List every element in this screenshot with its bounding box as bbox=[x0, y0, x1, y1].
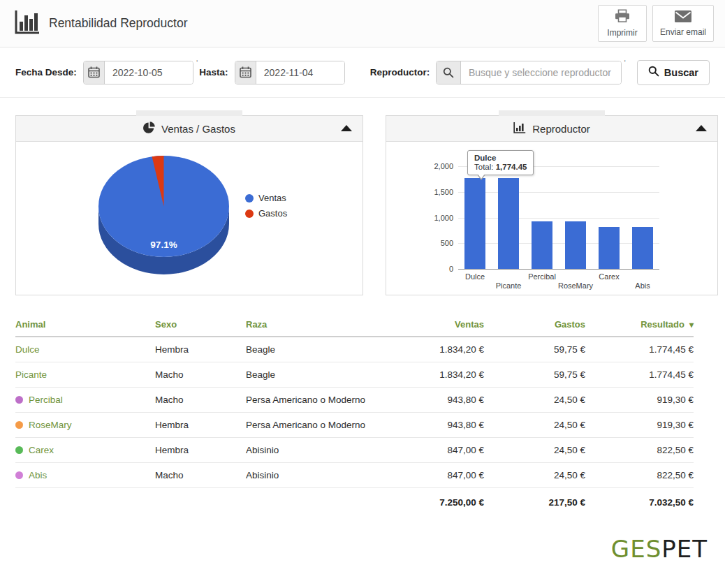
panel-tab-ghost bbox=[499, 110, 605, 116]
animal-name-link[interactable]: RoseMary bbox=[29, 420, 72, 430]
bar-picante[interactable] bbox=[498, 178, 519, 269]
filterbar: Fecha Desde: ' Hasta: bbox=[0, 47, 725, 98]
raza-cell: Beagle bbox=[246, 337, 379, 362]
x-axis-category-label: Percibal bbox=[528, 272, 556, 281]
pie-panel-title: Ventas / Gastos bbox=[161, 123, 235, 135]
pie-panel: Ventas / Gastos 97.1% VentasGastos bbox=[15, 115, 363, 295]
y-axis-tick-label: 1,000 bbox=[386, 214, 453, 222]
collapse-caret-up-icon[interactable] bbox=[696, 125, 707, 131]
panel-tab-ghost bbox=[136, 110, 242, 116]
ventas-cell: 943,80 € bbox=[379, 413, 484, 438]
stray-mark: ' bbox=[196, 59, 198, 68]
col-header-ventas[interactable]: Ventas bbox=[379, 314, 484, 337]
legend-item: Ventas bbox=[245, 193, 287, 203]
gridline bbox=[458, 218, 659, 219]
totals-row: 7.250,00 € 217,50 € 7.032,50 € bbox=[15, 488, 694, 517]
send-email-button[interactable]: Enviar email bbox=[652, 5, 714, 42]
gastos-cell: 24,50 € bbox=[484, 413, 585, 438]
gastos-cell: 59,75 € bbox=[484, 362, 585, 388]
table-row: RoseMaryHembraPersa Americano o Moderno9… bbox=[15, 413, 694, 438]
table-row: AbisMachoAbisinio847,00 €24,50 €822,50 € bbox=[15, 463, 694, 488]
col-header-gastos[interactable]: Gastos bbox=[484, 314, 585, 337]
bar-tooltip-title: Dulce bbox=[474, 154, 527, 162]
animal-name-link[interactable]: Percibal bbox=[29, 395, 63, 405]
date-from-calendar-icon[interactable] bbox=[84, 61, 105, 84]
buscar-button[interactable]: Buscar bbox=[637, 60, 710, 85]
animal-color-dot bbox=[15, 446, 23, 454]
sort-caret-down-icon[interactable]: ▾ bbox=[689, 320, 694, 330]
resultado-cell: 822,50 € bbox=[585, 463, 694, 488]
envelope-icon bbox=[675, 10, 691, 24]
y-axis-tick-label: 1,500 bbox=[386, 188, 453, 196]
date-from-label: Fecha Desde: bbox=[15, 67, 77, 78]
gridline bbox=[458, 269, 659, 270]
bar-chart-body: Dulce Total: 1,774.45 05001,0001,5002,00… bbox=[386, 142, 717, 295]
animal-name-link[interactable]: Abis bbox=[29, 470, 47, 480]
x-axis-category-label: RoseMary bbox=[558, 281, 593, 290]
bar-tooltip: Dulce Total: 1,774.45 bbox=[467, 150, 534, 175]
resultado-cell: 919,30 € bbox=[585, 413, 694, 438]
pie-chart-icon bbox=[143, 122, 155, 135]
resultado-cell: 822,50 € bbox=[585, 438, 694, 463]
legend-label: Gastos bbox=[258, 208, 287, 219]
date-to-group bbox=[235, 61, 345, 84]
gespet-logo: GESPET bbox=[0, 517, 725, 563]
date-from-input[interactable] bbox=[105, 61, 193, 84]
x-axis-category-label: Dulce bbox=[465, 272, 485, 281]
ventas-cell: 847,00 € bbox=[379, 463, 484, 488]
svg-text:97.1%: 97.1% bbox=[150, 240, 177, 250]
buscar-button-label: Buscar bbox=[664, 67, 698, 78]
bar-rosemary[interactable] bbox=[565, 221, 586, 269]
x-axis-category-label: Picante bbox=[496, 281, 522, 290]
ventas-cell: 847,00 € bbox=[379, 438, 484, 463]
printer-icon bbox=[615, 9, 630, 25]
bar-dulce[interactable] bbox=[464, 178, 485, 269]
bar-carex[interactable] bbox=[599, 227, 620, 269]
bar-panel-header: Reproductor bbox=[386, 116, 717, 142]
gridline bbox=[458, 243, 659, 244]
table-row: PercibalMachoPersa Americano o Moderno94… bbox=[15, 388, 694, 413]
date-to-label: Hasta: bbox=[199, 67, 228, 78]
animal-cell: Abis bbox=[15, 463, 155, 488]
breeder-search-input[interactable] bbox=[461, 61, 621, 84]
results-table-wrap: Animal Sexo Raza Ventas Gastos Resultado… bbox=[15, 314, 694, 517]
bar-percibal[interactable] bbox=[532, 221, 552, 269]
resultado-cell: 919,30 € bbox=[585, 388, 694, 413]
animal-cell: Percibal bbox=[15, 388, 155, 413]
animal-name-link[interactable]: Dulce bbox=[15, 344, 40, 355]
animal-name-link[interactable]: Carex bbox=[29, 445, 54, 455]
sexo-cell: Hembra bbox=[155, 413, 246, 438]
sexo-cell: Hembra bbox=[155, 438, 246, 463]
topbar: Rentabilidad Reproductor Imprimir Enviar… bbox=[0, 0, 725, 47]
bar-tooltip-value: Total: 1,774.45 bbox=[474, 163, 527, 171]
pie-chart[interactable]: 97.1% bbox=[16, 142, 362, 295]
report-bar-chart-icon bbox=[14, 10, 41, 38]
animal-color-dot bbox=[15, 421, 23, 429]
bar-panel-title: Reproductor bbox=[532, 123, 590, 135]
print-button[interactable]: Imprimir bbox=[598, 5, 647, 42]
legend-color-dot bbox=[245, 210, 254, 218]
page-title: Rentabilidad Reproductor bbox=[49, 16, 187, 31]
animal-cell: RoseMary bbox=[15, 413, 155, 438]
gastos-cell: 24,50 € bbox=[484, 388, 585, 413]
breeder-search-icon[interactable] bbox=[437, 61, 461, 84]
y-axis-tick-label: 0 bbox=[386, 265, 453, 273]
raza-cell: Persa Americano o Moderno bbox=[246, 388, 379, 413]
resultado-cell: 1.774,45 € bbox=[585, 362, 694, 388]
col-header-sexo[interactable]: Sexo bbox=[155, 314, 246, 337]
send-email-button-label: Enviar email bbox=[660, 27, 706, 37]
pie-legend: VentasGastos bbox=[245, 193, 287, 219]
animal-name-link[interactable]: Picante bbox=[15, 369, 47, 380]
col-header-resultado[interactable]: Resultado▾ bbox=[585, 314, 694, 337]
date-to-input[interactable] bbox=[256, 61, 344, 84]
pie-chart-body: 97.1% VentasGastos bbox=[16, 142, 362, 295]
animal-cell: Dulce bbox=[15, 337, 155, 362]
col-header-raza[interactable]: Raza bbox=[246, 314, 379, 337]
gastos-cell: 24,50 € bbox=[484, 438, 585, 463]
bar-abis[interactable] bbox=[632, 227, 653, 269]
x-axis-category-label: Abis bbox=[635, 281, 650, 290]
legend-item: Gastos bbox=[245, 208, 287, 219]
col-header-animal[interactable]: Animal bbox=[15, 314, 155, 337]
date-to-calendar-icon[interactable] bbox=[235, 61, 256, 84]
collapse-caret-up-icon[interactable] bbox=[341, 125, 352, 131]
